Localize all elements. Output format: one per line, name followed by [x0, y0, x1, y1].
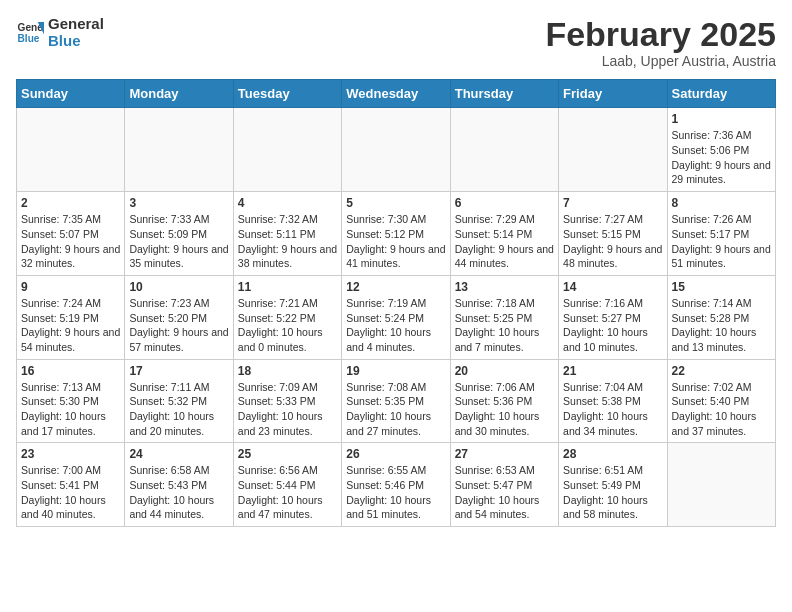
- day-info: Sunrise: 6:55 AM Sunset: 5:46 PM Dayligh…: [346, 463, 445, 522]
- day-number: 18: [238, 364, 337, 378]
- calendar-cell: 11Sunrise: 7:21 AM Sunset: 5:22 PM Dayli…: [233, 275, 341, 359]
- day-info: Sunrise: 7:13 AM Sunset: 5:30 PM Dayligh…: [21, 380, 120, 439]
- weekday-header-saturday: Saturday: [667, 80, 775, 108]
- day-info: Sunrise: 7:30 AM Sunset: 5:12 PM Dayligh…: [346, 212, 445, 271]
- day-number: 17: [129, 364, 228, 378]
- calendar-cell: 1Sunrise: 7:36 AM Sunset: 5:06 PM Daylig…: [667, 108, 775, 192]
- day-info: Sunrise: 7:21 AM Sunset: 5:22 PM Dayligh…: [238, 296, 337, 355]
- weekday-header-monday: Monday: [125, 80, 233, 108]
- day-info: Sunrise: 7:11 AM Sunset: 5:32 PM Dayligh…: [129, 380, 228, 439]
- weekday-header-friday: Friday: [559, 80, 667, 108]
- day-number: 20: [455, 364, 554, 378]
- calendar-cell: 7Sunrise: 7:27 AM Sunset: 5:15 PM Daylig…: [559, 192, 667, 276]
- day-info: Sunrise: 7:23 AM Sunset: 5:20 PM Dayligh…: [129, 296, 228, 355]
- calendar-cell: 22Sunrise: 7:02 AM Sunset: 5:40 PM Dayli…: [667, 359, 775, 443]
- calendar-cell: [17, 108, 125, 192]
- weekday-header-row: SundayMondayTuesdayWednesdayThursdayFrid…: [17, 80, 776, 108]
- day-info: Sunrise: 7:32 AM Sunset: 5:11 PM Dayligh…: [238, 212, 337, 271]
- calendar-cell: 27Sunrise: 6:53 AM Sunset: 5:47 PM Dayli…: [450, 443, 558, 527]
- calendar-cell: 13Sunrise: 7:18 AM Sunset: 5:25 PM Dayli…: [450, 275, 558, 359]
- day-info: Sunrise: 7:19 AM Sunset: 5:24 PM Dayligh…: [346, 296, 445, 355]
- calendar-cell: 20Sunrise: 7:06 AM Sunset: 5:36 PM Dayli…: [450, 359, 558, 443]
- day-number: 13: [455, 280, 554, 294]
- day-info: Sunrise: 7:08 AM Sunset: 5:35 PM Dayligh…: [346, 380, 445, 439]
- day-number: 2: [21, 196, 120, 210]
- title-block: February 2025 Laab, Upper Austria, Austr…: [545, 16, 776, 69]
- calendar-cell: 28Sunrise: 6:51 AM Sunset: 5:49 PM Dayli…: [559, 443, 667, 527]
- day-number: 7: [563, 196, 662, 210]
- calendar-cell: 21Sunrise: 7:04 AM Sunset: 5:38 PM Dayli…: [559, 359, 667, 443]
- svg-text:Blue: Blue: [18, 33, 40, 44]
- header: General Blue General Blue February 2025 …: [16, 16, 776, 69]
- weekday-header-sunday: Sunday: [17, 80, 125, 108]
- day-info: Sunrise: 7:24 AM Sunset: 5:19 PM Dayligh…: [21, 296, 120, 355]
- calendar-cell: 25Sunrise: 6:56 AM Sunset: 5:44 PM Dayli…: [233, 443, 341, 527]
- day-info: Sunrise: 6:58 AM Sunset: 5:43 PM Dayligh…: [129, 463, 228, 522]
- day-number: 27: [455, 447, 554, 461]
- day-number: 10: [129, 280, 228, 294]
- day-info: Sunrise: 7:36 AM Sunset: 5:06 PM Dayligh…: [672, 128, 771, 187]
- calendar-week-row: 2Sunrise: 7:35 AM Sunset: 5:07 PM Daylig…: [17, 192, 776, 276]
- calendar-week-row: 23Sunrise: 7:00 AM Sunset: 5:41 PM Dayli…: [17, 443, 776, 527]
- day-number: 12: [346, 280, 445, 294]
- day-number: 28: [563, 447, 662, 461]
- day-number: 24: [129, 447, 228, 461]
- day-number: 11: [238, 280, 337, 294]
- calendar-cell: 5Sunrise: 7:30 AM Sunset: 5:12 PM Daylig…: [342, 192, 450, 276]
- calendar-cell: 9Sunrise: 7:24 AM Sunset: 5:19 PM Daylig…: [17, 275, 125, 359]
- calendar-cell: [667, 443, 775, 527]
- logo-blue-text: Blue: [48, 33, 104, 50]
- day-info: Sunrise: 7:18 AM Sunset: 5:25 PM Dayligh…: [455, 296, 554, 355]
- day-number: 14: [563, 280, 662, 294]
- day-number: 16: [21, 364, 120, 378]
- logo-general-text: General: [48, 16, 104, 33]
- day-number: 3: [129, 196, 228, 210]
- calendar-cell: 2Sunrise: 7:35 AM Sunset: 5:07 PM Daylig…: [17, 192, 125, 276]
- day-info: Sunrise: 7:26 AM Sunset: 5:17 PM Dayligh…: [672, 212, 771, 271]
- day-info: Sunrise: 7:35 AM Sunset: 5:07 PM Dayligh…: [21, 212, 120, 271]
- day-number: 25: [238, 447, 337, 461]
- day-info: Sunrise: 7:14 AM Sunset: 5:28 PM Dayligh…: [672, 296, 771, 355]
- weekday-header-tuesday: Tuesday: [233, 80, 341, 108]
- day-info: Sunrise: 7:09 AM Sunset: 5:33 PM Dayligh…: [238, 380, 337, 439]
- calendar-cell: 6Sunrise: 7:29 AM Sunset: 5:14 PM Daylig…: [450, 192, 558, 276]
- logo: General Blue General Blue: [16, 16, 104, 49]
- day-info: Sunrise: 7:02 AM Sunset: 5:40 PM Dayligh…: [672, 380, 771, 439]
- day-info: Sunrise: 6:56 AM Sunset: 5:44 PM Dayligh…: [238, 463, 337, 522]
- location-subtitle: Laab, Upper Austria, Austria: [545, 53, 776, 69]
- day-info: Sunrise: 7:04 AM Sunset: 5:38 PM Dayligh…: [563, 380, 662, 439]
- calendar-week-row: 9Sunrise: 7:24 AM Sunset: 5:19 PM Daylig…: [17, 275, 776, 359]
- day-number: 26: [346, 447, 445, 461]
- day-number: 4: [238, 196, 337, 210]
- day-number: 5: [346, 196, 445, 210]
- day-number: 8: [672, 196, 771, 210]
- day-number: 6: [455, 196, 554, 210]
- day-info: Sunrise: 7:33 AM Sunset: 5:09 PM Dayligh…: [129, 212, 228, 271]
- calendar-cell: 24Sunrise: 6:58 AM Sunset: 5:43 PM Dayli…: [125, 443, 233, 527]
- day-info: Sunrise: 7:00 AM Sunset: 5:41 PM Dayligh…: [21, 463, 120, 522]
- day-number: 21: [563, 364, 662, 378]
- calendar-cell: 3Sunrise: 7:33 AM Sunset: 5:09 PM Daylig…: [125, 192, 233, 276]
- page: General Blue General Blue February 2025 …: [0, 0, 792, 543]
- calendar-cell: 10Sunrise: 7:23 AM Sunset: 5:20 PM Dayli…: [125, 275, 233, 359]
- calendar-cell: [233, 108, 341, 192]
- calendar-cell: 23Sunrise: 7:00 AM Sunset: 5:41 PM Dayli…: [17, 443, 125, 527]
- calendar-cell: [559, 108, 667, 192]
- day-info: Sunrise: 7:06 AM Sunset: 5:36 PM Dayligh…: [455, 380, 554, 439]
- day-number: 23: [21, 447, 120, 461]
- day-number: 9: [21, 280, 120, 294]
- day-number: 22: [672, 364, 771, 378]
- day-number: 15: [672, 280, 771, 294]
- calendar-cell: 19Sunrise: 7:08 AM Sunset: 5:35 PM Dayli…: [342, 359, 450, 443]
- day-info: Sunrise: 7:29 AM Sunset: 5:14 PM Dayligh…: [455, 212, 554, 271]
- calendar-cell: 17Sunrise: 7:11 AM Sunset: 5:32 PM Dayli…: [125, 359, 233, 443]
- month-year-title: February 2025: [545, 16, 776, 53]
- day-info: Sunrise: 6:51 AM Sunset: 5:49 PM Dayligh…: [563, 463, 662, 522]
- day-info: Sunrise: 7:16 AM Sunset: 5:27 PM Dayligh…: [563, 296, 662, 355]
- calendar-cell: [450, 108, 558, 192]
- calendar-table: SundayMondayTuesdayWednesdayThursdayFrid…: [16, 79, 776, 527]
- calendar-cell: [342, 108, 450, 192]
- calendar-cell: 8Sunrise: 7:26 AM Sunset: 5:17 PM Daylig…: [667, 192, 775, 276]
- calendar-week-row: 1Sunrise: 7:36 AM Sunset: 5:06 PM Daylig…: [17, 108, 776, 192]
- day-number: 19: [346, 364, 445, 378]
